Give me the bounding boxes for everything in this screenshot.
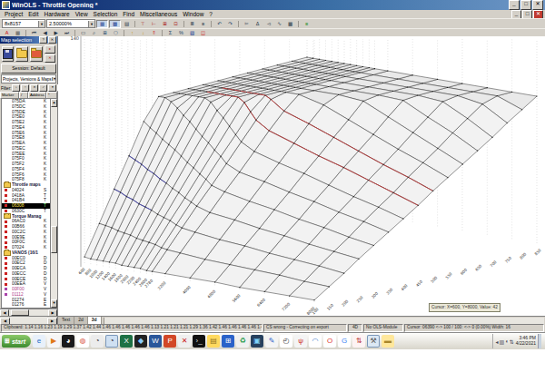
taskbar-clock[interactable]: 3:46 PM 4/22/2021 (516, 336, 536, 347)
map-list-icon[interactable]: ≣ (187, 20, 197, 27)
3d-surface-chart[interactable]: 1406008001000120014001600180020002200240… (58, 36, 545, 316)
selection-row-icon[interactable]: ⊤ (138, 20, 148, 27)
network-tool-icon[interactable]: ⇅ (352, 335, 365, 348)
paint-icon[interactable]: ✎ (265, 335, 278, 348)
chevron-down-icon[interactable]: ▼ (88, 21, 94, 27)
map-delete-button[interactable]: ✕ (45, 54, 55, 63)
value-up-icon[interactable]: ↑ (127, 29, 137, 36)
tray-network-icon[interactable]: ⇅ (510, 338, 514, 345)
menu-view[interactable]: View (73, 11, 91, 17)
prev-map-icon[interactable]: ◀ (40, 29, 50, 36)
scroll-thumb[interactable] (51, 226, 57, 253)
map-export-button[interactable]: ▸ (45, 45, 55, 54)
compare-icon[interactable]: ◅ (263, 20, 273, 27)
tab-2d[interactable]: 2d (74, 317, 88, 324)
window-titlebar[interactable]: WinOLS - Throttle Opening * _□✕ (0, 0, 545, 10)
panda-antivirus-icon[interactable]: ◕ (62, 335, 74, 348)
cut-icon[interactable]: ✂ (242, 20, 252, 27)
value-format-combo[interactable]: 8x8157 ▼ (2, 19, 45, 28)
word-icon[interactable]: W (149, 335, 162, 348)
tab-strip-scrollbar[interactable] (104, 318, 544, 324)
media-player-icon[interactable]: ▶ (47, 335, 60, 348)
dark-tool-icon[interactable]: ◆ (134, 335, 147, 348)
windows-icon[interactable]: ⊞ (222, 335, 234, 348)
percent-icon[interactable]: % (176, 29, 186, 36)
selection-frame-icon[interactable]: ⊡ (171, 20, 181, 27)
session-button[interactable]: Session: Default (1, 64, 56, 74)
menu-project[interactable]: Project (2, 11, 25, 17)
gauge-pressed-icon[interactable]: ◔ (105, 335, 118, 348)
chevron-down-icon[interactable]: ▼ (38, 21, 45, 27)
next-map-icon[interactable]: ▶ (51, 29, 61, 36)
powerpoint-icon[interactable]: P (164, 335, 176, 348)
mdi-maximize-button[interactable]: □ (522, 10, 532, 19)
close-button[interactable]: ✕ (532, 0, 543, 10)
recycle-icon[interactable]: ♻ (236, 335, 249, 348)
show-desktop-button[interactable] (538, 334, 541, 348)
hex-icon[interactable]: ⬡ (111, 29, 121, 36)
scroll-thumb[interactable] (11, 309, 29, 316)
map-2d-view-icon[interactable]: ▦ (96, 20, 108, 28)
save-session-button[interactable] (2, 46, 14, 62)
marker-a-icon[interactable]: A (2, 29, 12, 36)
curve-icon[interactable]: ∿ (274, 20, 284, 27)
colored-bars-icon[interactable]: ≡ (302, 20, 312, 27)
panel-help-button[interactable]: ? (39, 36, 47, 44)
explorer-icon[interactable]: ▤ (207, 335, 220, 348)
scroll-down-icon[interactable]: ▼ (51, 299, 57, 308)
tray-volume-icon[interactable]: ◖ (505, 338, 509, 345)
tree-mode-combo[interactable]: Projects, Versions & Maps ▼ (1, 74, 56, 83)
menu-edit[interactable]: Edit (25, 11, 41, 17)
open-project-button[interactable] (15, 46, 28, 62)
delta-icon[interactable]: Δ (253, 20, 263, 27)
scroll-up-icon[interactable]: ▲ (51, 99, 57, 107)
table-icon[interactable]: ▦ (285, 20, 295, 27)
photos-icon[interactable]: ▣ (251, 335, 263, 348)
clock-tool-icon[interactable]: ◴ (280, 335, 292, 348)
minimize-button[interactable]: _ (509, 0, 520, 10)
map-list-scrollbar[interactable]: ▲ ▼ (50, 99, 57, 308)
red-x-tool-icon[interactable]: ✕ (178, 335, 191, 348)
maximize-button[interactable]: □ (520, 0, 531, 10)
map-3d-view-icon[interactable]: ▩ (109, 20, 121, 28)
tray-display-icon[interactable]: ▥ (499, 338, 504, 345)
menu-window[interactable]: Window (180, 11, 206, 17)
menu-selection[interactable]: Selection (91, 11, 121, 17)
start-button[interactable]: ⊞ start (2, 335, 31, 348)
map-list-hscrollbar[interactable]: ◀ ▶ (0, 309, 57, 316)
chevron-down-icon[interactable]: ▼ (52, 77, 56, 81)
sigma-icon[interactable]: Σ (165, 29, 175, 36)
sticky-note-icon[interactable]: ▬ (382, 335, 394, 348)
gauge-icon[interactable]: ◔ (91, 335, 104, 348)
menu-help[interactable]: ? (206, 11, 215, 17)
menu-miscellaneous[interactable]: Miscellaneous (137, 11, 180, 17)
mdi-close-button[interactable]: ✕ (533, 10, 543, 19)
selection-col-icon[interactable]: ⊢ (149, 20, 159, 27)
import-maps-button[interactable] (30, 46, 43, 62)
map-3d-view[interactable]: 1406008001000120014001600180020002200240… (58, 36, 545, 316)
selection-map-icon[interactable]: ⊞ (160, 20, 170, 27)
opera-icon[interactable]: O (323, 335, 336, 348)
menu-find[interactable]: Find (120, 11, 137, 17)
terminal-icon[interactable]: ›_ (193, 335, 205, 348)
value-up-strong-icon[interactable]: ⇑ (149, 29, 159, 36)
text-view-icon[interactable]: ▤ (122, 20, 132, 27)
preview-icon[interactable]: ⌕ (89, 29, 99, 36)
bookmark-list-icon[interactable]: ≡ (198, 20, 208, 27)
excel-icon[interactable]: X (120, 335, 133, 348)
ie-icon[interactable]: e (33, 335, 45, 348)
value-down-icon[interactable]: ↓ (138, 29, 148, 36)
redo-icon[interactable]: ↷ (225, 20, 235, 27)
wrench-icon[interactable]: ⚒ (367, 335, 380, 348)
edge-icon[interactable]: ◠ (309, 335, 322, 348)
last-map-icon[interactable]: ⏭ (62, 29, 72, 36)
panel-bottom-scroll[interactable]: ◀ ▶ (0, 317, 58, 324)
devil-icon[interactable]: ψ (294, 335, 307, 348)
tab-3d[interactable]: 3d (88, 317, 102, 324)
map-selection-titlebar[interactable]: Map selection ? ✕ (0, 36, 57, 44)
mdi-minimize-button[interactable]: _ (511, 10, 521, 19)
map-list-header[interactable]: Marker/Address* (0, 92, 57, 98)
properties-icon[interactable]: ▨ (187, 29, 197, 36)
tray-hide-icon[interactable]: ◂ (495, 338, 498, 345)
chrome-icon[interactable]: ◍ (76, 335, 89, 348)
